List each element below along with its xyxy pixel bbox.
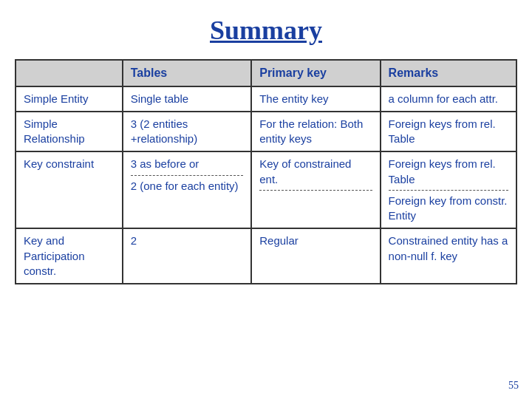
table-row: Key constraint 3 as before or 2 (one for… <box>16 151 516 228</box>
cell-row4-col0: Key and Participation constr. <box>16 228 123 284</box>
header-col1: Tables <box>123 60 252 86</box>
page-number: 55 <box>508 380 519 392</box>
cell-row3-col2-top: Key of constrained ent. <box>259 157 351 185</box>
cell-row2-col0: Simple Relationship <box>16 112 123 152</box>
cell-row3-col1: 3 as before or 2 (one for each entity) <box>123 151 252 228</box>
cell-row4-col3: Constrained entity has a non-null f. key <box>381 228 516 284</box>
divider <box>131 175 244 176</box>
header-col0 <box>16 60 123 86</box>
cell-row3-col3: Foreign keys from rel. Table Foreign key… <box>381 151 516 228</box>
table-row: Key and Participation constr. 2 Regular … <box>16 228 516 284</box>
cell-row4-col2: Regular <box>251 228 380 284</box>
cell-row3-col0: Key constraint <box>16 151 123 228</box>
cell-row3-col1-top: 3 as before or <box>131 157 200 170</box>
cell-row3-col2: Key of constrained ent. <box>251 151 380 228</box>
summary-table: Tables Primary key Remarks Simple Entity… <box>15 59 517 284</box>
cell-row1-col3: a column for each attr. <box>381 86 516 112</box>
cell-row3-col1-bottom: 2 (one for each entity) <box>131 180 239 192</box>
divider2 <box>259 190 372 191</box>
cell-row3-col3-bottom: Foreign key from constr. Entity <box>389 194 508 222</box>
table-row: Simple Entity Single table The entity ke… <box>16 86 516 112</box>
cell-row1-col2: The entity key <box>251 86 380 112</box>
cell-row2-col1: 3 (2 entities +relationship) <box>123 112 252 152</box>
table-header-row: Tables Primary key Remarks <box>16 60 516 86</box>
cell-row4-col1: 2 <box>123 228 252 284</box>
cell-row1-col1: Single table <box>123 86 252 112</box>
page: Summary Tables Primary key Remarks Simpl… <box>0 0 532 399</box>
cell-row1-col0: Simple Entity <box>16 86 123 112</box>
divider3 <box>389 190 508 191</box>
header-col3: Remarks <box>381 60 516 86</box>
page-title: Summary <box>210 15 322 46</box>
cell-row3-col3-top: Foreign keys from rel. Table <box>389 157 496 185</box>
cell-row2-col3: Foreign keys from rel. Table <box>381 112 516 152</box>
header-col2: Primary key <box>251 60 380 86</box>
cell-row2-col2: For the relation: Both entity keys <box>251 112 380 152</box>
table-row: Simple Relationship 3 (2 entities +relat… <box>16 112 516 152</box>
